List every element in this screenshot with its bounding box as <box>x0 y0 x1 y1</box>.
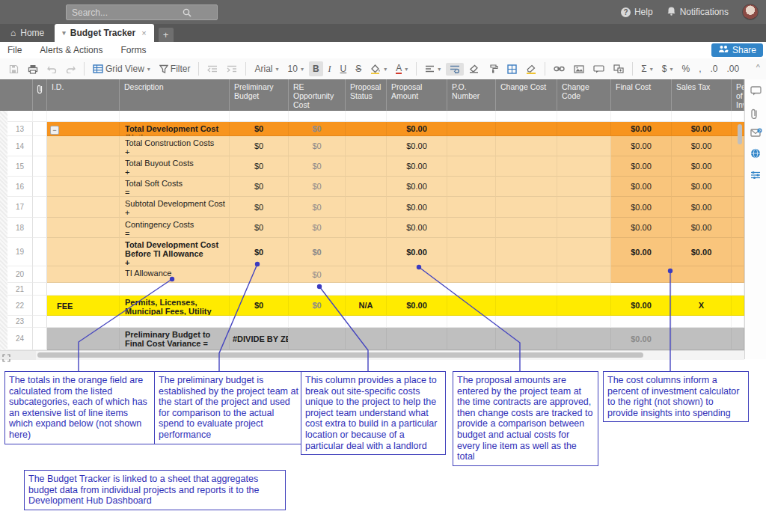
grid-cell-po[interactable] <box>447 283 496 296</box>
grid-cell-change_code[interactable] <box>557 218 611 238</box>
column-header-status[interactable]: Proposal Status <box>346 79 387 111</box>
grid-cell-desc[interactable]: Total Soft Costs= <box>120 177 230 197</box>
grid-cell-tax[interactable] <box>672 328 732 350</box>
grid-cell-re[interactable] <box>289 316 346 328</box>
grid-cell-prelim[interactable]: $0 <box>230 238 289 266</box>
grid-cell-id[interactable] <box>47 266 120 283</box>
grid-cell-status[interactable] <box>346 197 387 218</box>
grid-cell-tax[interactable]: $0.00 <box>672 122 732 136</box>
italic-button[interactable]: I <box>325 61 335 77</box>
column-header-change_cost[interactable]: Change Cost <box>496 79 557 111</box>
grid-cell-desc[interactable]: Total Development Cost (Net) <box>120 122 230 136</box>
grid-cell-re[interactable]: $0 <box>289 197 346 218</box>
grid-cell-attach[interactable] <box>33 218 47 238</box>
column-header-final[interactable]: Final Cost <box>611 79 672 111</box>
grid-cell-id[interactable] <box>47 177 120 197</box>
grid-cell[interactable] <box>230 111 289 122</box>
grid-cell-edge[interactable] <box>732 156 744 177</box>
grid-cell-prelim[interactable]: $0 <box>230 156 289 177</box>
grid-cell-status[interactable] <box>346 266 387 283</box>
column-header-edge[interactable]: Pe of Inv <box>732 79 744 111</box>
grid-cell-final[interactable]: $0.00 <box>611 296 672 316</box>
grid-cell-re[interactable]: $0 <box>289 266 346 283</box>
grid-cell-edge[interactable] <box>732 328 744 350</box>
grid-cell-num[interactable]: 20 <box>7 266 33 283</box>
grid-cell-desc[interactable]: Total Buyout Costs+ <box>120 156 230 177</box>
grid-cell-tax[interactable]: $0.00 <box>672 197 732 218</box>
grid-cell-edge[interactable] <box>732 316 744 328</box>
collapse-row-button[interactable]: − <box>50 126 59 135</box>
thousands-button[interactable]: , <box>695 61 705 76</box>
align-button[interactable]: ▾ <box>421 63 444 76</box>
grid-cell-status[interactable] <box>346 136 387 156</box>
grid-cell-amount[interactable] <box>387 283 447 296</box>
grid-cell-re[interactable]: $0 <box>289 177 346 197</box>
grid-cell-amount[interactable]: $0.00 <box>387 136 447 156</box>
grid-cell-attach[interactable] <box>33 283 47 296</box>
redo-button[interactable] <box>62 63 79 76</box>
column-header-change_code[interactable]: Change Code <box>557 79 611 111</box>
grid-cell-change_code[interactable] <box>557 177 611 197</box>
grid-cell-tax[interactable] <box>672 316 732 328</box>
grid-cell-tax[interactable]: $0.00 <box>672 218 732 238</box>
grid-cell-desc[interactable]: TI Allowance <box>120 266 230 283</box>
grid-cell-final[interactable]: $0.00 <box>611 328 672 350</box>
grid-cell-attach[interactable] <box>33 177 47 197</box>
grid-cell-id[interactable] <box>47 156 120 177</box>
grid-cell-amount[interactable]: $0.00 <box>387 238 447 266</box>
grid-cell-final[interactable] <box>611 316 672 328</box>
image-button[interactable] <box>570 63 588 76</box>
grid-cell-num[interactable]: 13 <box>7 122 33 136</box>
grid-cell[interactable] <box>496 111 557 122</box>
print-button[interactable] <box>24 62 42 76</box>
grid-cell-status[interactable] <box>346 156 387 177</box>
grid-cell-change_code[interactable] <box>557 296 611 316</box>
tab-home[interactable]: ⌂ Home <box>0 24 55 42</box>
grid-cell-attach[interactable] <box>33 266 47 283</box>
column-header-id[interactable]: I.D. <box>47 79 120 111</box>
grid-cell[interactable] <box>387 111 447 122</box>
grid-cell-tax[interactable]: X <box>672 296 732 316</box>
menu-alerts-actions[interactable]: Alerts & Actions <box>40 45 102 55</box>
grid-cell[interactable] <box>7 111 33 122</box>
grid-cell-edge[interactable] <box>732 238 744 266</box>
grid-cell-change_code[interactable] <box>557 122 611 136</box>
grid-cell-num[interactable]: 15 <box>7 156 33 177</box>
grid-cell-re[interactable]: $0 <box>289 156 346 177</box>
grid-cell-po[interactable] <box>447 316 496 328</box>
grid-cell-edge[interactable] <box>732 197 744 218</box>
grid-cell-desc[interactable]: Total Construction Costs+ <box>120 136 230 156</box>
menu-file[interactable]: File <box>7 45 22 55</box>
grid-cell-prelim[interactable]: #DIVIDE BY ZER <box>230 328 289 350</box>
grid-cell-change_cost[interactable] <box>496 328 557 350</box>
column-header-attach[interactable] <box>33 79 47 111</box>
grid-cell-final[interactable]: $0.00 <box>611 156 672 177</box>
borders-button[interactable] <box>503 62 521 76</box>
clear-format-button[interactable] <box>465 62 483 76</box>
grid-cell-status[interactable] <box>346 316 387 328</box>
expand-icon[interactable] <box>2 352 10 365</box>
grid-cell-re[interactable]: $0 <box>289 238 346 266</box>
grid-view-button[interactable]: Grid View▾ <box>89 61 154 76</box>
grid-cell[interactable] <box>47 111 120 122</box>
help-button[interactable]: ? Help <box>621 7 653 17</box>
notifications-button[interactable]: Notifications <box>667 6 729 18</box>
grid-cell-desc[interactable]: Subtotal Development Cost+ <box>120 197 230 218</box>
grid-cell-prelim[interactable] <box>230 283 289 296</box>
column-header-re[interactable]: RE Opportunity Cost Breakout <box>289 79 346 111</box>
grid-cell-attach[interactable] <box>33 122 47 136</box>
grid-cell-num[interactable]: 24 <box>7 328 33 350</box>
grid-cell-final[interactable]: $0.00 <box>611 177 672 197</box>
grid-cell-change_cost[interactable] <box>496 266 557 283</box>
grid-cell-final[interactable]: $0.00 <box>611 122 672 136</box>
grid-cell-status[interactable] <box>346 122 387 136</box>
vertical-scrollbar[interactable] <box>738 124 742 144</box>
grid-cell-po[interactable] <box>447 218 496 238</box>
grid-cell-final[interactable]: $0.00 <box>611 136 672 156</box>
grid-cell-change_cost[interactable] <box>496 197 557 218</box>
grid-cell-id[interactable] <box>47 283 120 296</box>
grid-cell-amount[interactable]: $0.00 <box>387 296 447 316</box>
attachment-icon[interactable] <box>750 108 758 122</box>
grid-cell[interactable] <box>120 111 230 122</box>
avatar[interactable] <box>742 4 759 20</box>
